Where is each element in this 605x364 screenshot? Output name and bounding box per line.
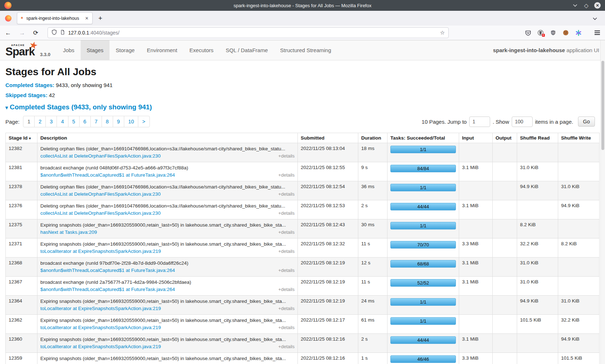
stage-id-cell: 12360: [6, 334, 37, 353]
column-header-output[interactable]: Output: [493, 133, 517, 143]
list-all-tabs-button[interactable]: [593, 15, 597, 22]
column-header-description[interactable]: Description: [37, 133, 298, 143]
shuffle-write-cell: 94.9 KiB: [558, 334, 600, 353]
column-header-input[interactable]: Input: [459, 133, 493, 143]
details-toggle[interactable]: +details: [278, 191, 295, 197]
description-cell: Expiring snapshots (older_than=166932055…: [37, 315, 298, 334]
details-toggle[interactable]: +details: [278, 324, 295, 331]
stage-description: Expiring snapshots (older_than=166932055…: [40, 241, 295, 247]
column-header-shuffle-read[interactable]: Shuffle Read: [517, 133, 558, 143]
stage-link[interactable]: $anonfun$withThreadLocalCaptured$1 at Fu…: [40, 286, 175, 293]
column-header-submitted[interactable]: Submitted: [298, 133, 358, 143]
stage-link[interactable]: $anonfun$withThreadLocalCaptured$1 at Fu…: [40, 267, 175, 274]
shield-icon[interactable]: [51, 29, 57, 36]
page-button-next[interactable]: >: [138, 116, 149, 127]
page-button-4[interactable]: 4: [57, 116, 68, 127]
page-button-1[interactable]: 1: [23, 116, 35, 127]
spark-logo[interactable]: APACHE Spark ★: [5, 42, 37, 60]
url-text[interactable]: 127.0.0.1:4040/stages/: [68, 30, 119, 36]
page-button-10[interactable]: 10: [124, 116, 138, 127]
details-toggle[interactable]: +details: [278, 286, 295, 293]
page-button-9[interactable]: 9: [113, 116, 124, 127]
pocket-icon[interactable]: [525, 29, 531, 36]
details-toggle[interactable]: +details: [278, 248, 295, 255]
page-button-3[interactable]: 3: [45, 116, 57, 127]
nav-tab-environment[interactable]: Environment: [141, 40, 183, 60]
items-per-page-input[interactable]: [512, 117, 533, 127]
nav-tab-stages[interactable]: Stages: [81, 40, 110, 60]
menu-icon[interactable]: [595, 31, 600, 35]
cookie-icon[interactable]: [563, 29, 569, 36]
submitted-cell: 2022/11/25 08:12:54: [298, 181, 358, 200]
stage-link[interactable]: toLocalIterator at ExpireSnapshotsSparkA…: [40, 363, 161, 364]
page-button-5[interactable]: 5: [68, 116, 80, 127]
page-button-8[interactable]: 8: [102, 116, 113, 127]
stage-link[interactable]: toLocalIterator at ExpireSnapshotsSparkA…: [40, 343, 161, 350]
submitted-cell: 2022/11/25 08:12:16: [298, 334, 358, 353]
details-toggle[interactable]: +details: [278, 267, 295, 274]
output-cell: [493, 143, 517, 162]
tab-bar: ✴ spark-ingest-into-lakehous ✕ +: [0, 11, 605, 26]
table-header-row: Stage Id▾DescriptionSubmittedDurationTas…: [6, 133, 600, 143]
details-toggle[interactable]: +details: [278, 343, 295, 350]
asterisk-extension-icon[interactable]: [575, 29, 582, 36]
submitted-cell: 2022/11/25 08:12:19: [298, 277, 358, 296]
back-button[interactable]: ←: [5, 30, 11, 36]
details-toggle[interactable]: +details: [278, 229, 295, 236]
stage-link[interactable]: toLocalIterator at ExpireSnapshotsSparkA…: [40, 324, 161, 331]
browser-tab[interactable]: ✴ spark-ingest-into-lakehous ✕: [17, 12, 93, 24]
page-button-2[interactable]: 2: [34, 116, 46, 127]
stage-link[interactable]: hasNext at Tasks.java:209: [40, 229, 97, 236]
completed-stages-label: Completed Stages:: [5, 82, 54, 88]
column-header-tasks-succeeded-total[interactable]: Tasks: Succeeded/Total: [387, 133, 459, 143]
details-toggle[interactable]: +details: [278, 363, 295, 364]
nav-tab-sql-dataframe[interactable]: SQL / DataFrame: [220, 40, 274, 60]
go-button[interactable]: Go: [578, 117, 595, 127]
close-button[interactable]: ✕: [594, 2, 601, 9]
ublock-icon[interactable]: UO: [550, 29, 556, 36]
page-button-6[interactable]: 6: [79, 116, 91, 127]
stage-id-cell: 12362: [6, 315, 37, 334]
window-title: spark-ingest-into-lakehouse - Stages for…: [0, 3, 605, 8]
forward-button[interactable]: →: [19, 30, 25, 36]
stage-link[interactable]: collectAsList at DeleteOrphanFilesSparkA…: [40, 153, 161, 159]
details-toggle[interactable]: +details: [278, 305, 295, 312]
nav-tab-executors[interactable]: Executors: [183, 40, 220, 60]
stage-link[interactable]: toLocalIterator at ExpireSnapshotsSparkA…: [40, 305, 161, 312]
column-header-duration[interactable]: Duration: [358, 133, 387, 143]
tasks-cell: 46/46: [387, 353, 459, 364]
details-toggle[interactable]: +details: [278, 210, 295, 217]
nav-tab-storage[interactable]: Storage: [109, 40, 141, 60]
nav-tab-jobs[interactable]: Jobs: [57, 40, 81, 60]
jump-to-page-input[interactable]: [469, 117, 490, 127]
tasks-progress-bar: 70/70: [390, 241, 456, 249]
tasks-count: 1/1: [420, 185, 426, 190]
stage-link[interactable]: toLocalIterator at ExpireSnapshotsSparkA…: [40, 248, 161, 255]
page-button-7[interactable]: 7: [90, 116, 102, 127]
scrollbar-thumb[interactable]: [601, 61, 604, 150]
page-info-icon[interactable]: [60, 29, 65, 36]
page-scrollbar[interactable]: [600, 40, 605, 364]
maximize-button[interactable]: ◇: [583, 2, 590, 9]
url-bar[interactable]: 127.0.0.1:4040/stages/ ☆: [48, 27, 449, 38]
duration-cell: 11 s: [358, 238, 387, 258]
details-toggle[interactable]: +details: [278, 172, 295, 178]
column-header-stage-id[interactable]: Stage Id▾: [6, 133, 37, 143]
stage-link[interactable]: collectAsList at DeleteOrphanFilesSparkA…: [40, 191, 161, 197]
shuffle-write-cell: [558, 277, 600, 296]
reload-button[interactable]: ⟳: [33, 30, 38, 36]
nav-tab-structured-streaming[interactable]: Structured Streaming: [274, 40, 337, 60]
minimize-button[interactable]: [572, 2, 578, 9]
privacy-badger-icon[interactable]: ✕: [537, 29, 544, 36]
new-tab-button[interactable]: +: [98, 15, 102, 22]
stage-link[interactable]: collectAsList at DeleteOrphanFilesSparkA…: [40, 210, 161, 217]
details-toggle[interactable]: +details: [278, 153, 295, 159]
completed-stages-section-toggle[interactable]: ▾Completed Stages (9433, only showing 94…: [5, 103, 595, 111]
spark-logo-star-icon: ★: [28, 40, 39, 51]
bookmark-star-icon[interactable]: ☆: [440, 29, 445, 36]
column-header-shuffle-write[interactable]: Shuffle Write: [558, 133, 600, 143]
input-cell: 3.1 MiB: [459, 277, 493, 296]
input-cell: 3.1 MiB: [459, 162, 493, 181]
stage-link[interactable]: $anonfun$withThreadLocalCaptured$1 at Fu…: [40, 172, 175, 178]
tab-close-icon[interactable]: ✕: [84, 16, 89, 21]
